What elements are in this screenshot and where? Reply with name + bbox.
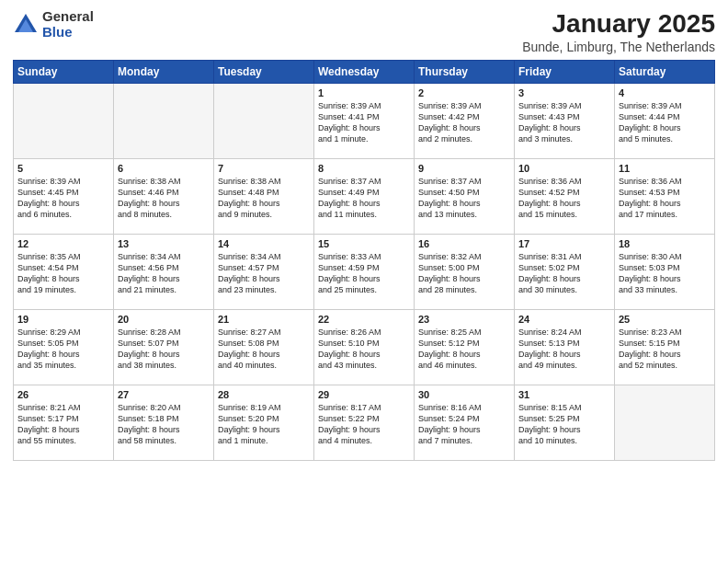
calendar-cell: 31Sunrise: 8:15 AM Sunset: 5:25 PM Dayli… [515,385,615,461]
calendar-table: SundayMondayTuesdayWednesdayThursdayFrid… [13,60,715,461]
day-number: 13 [118,238,210,249]
day-number: 11 [619,163,711,174]
calendar-cell: 4Sunrise: 8:39 AM Sunset: 4:44 PM Daylig… [615,84,715,159]
logo-general: General [42,9,94,25]
day-info: Sunrise: 8:34 AM Sunset: 4:57 PM Dayligh… [218,251,310,296]
day-info: Sunrise: 8:15 AM Sunset: 5:25 PM Dayligh… [518,402,610,447]
day-number: 22 [318,314,410,325]
day-info: Sunrise: 8:36 AM Sunset: 4:52 PM Dayligh… [518,176,610,221]
day-info: Sunrise: 8:39 AM Sunset: 4:43 PM Dayligh… [518,100,610,145]
logo: General Blue [13,9,94,40]
day-info: Sunrise: 8:37 AM Sunset: 4:50 PM Dayligh… [418,176,510,221]
day-number: 28 [218,389,310,400]
calendar-cell: 14Sunrise: 8:34 AM Sunset: 4:57 PM Dayli… [214,235,314,310]
day-number: 9 [418,163,510,174]
day-info: Sunrise: 8:33 AM Sunset: 4:59 PM Dayligh… [318,251,410,296]
day-number: 6 [118,163,210,174]
weekday-header-monday: Monday [114,61,214,84]
title-block: January 2025 Bunde, Limburg, The Netherl… [522,9,715,54]
logo-blue: Blue [42,25,94,40]
calendar-cell: 22Sunrise: 8:26 AM Sunset: 5:10 PM Dayli… [314,310,415,385]
day-number: 19 [17,314,109,325]
day-number: 29 [318,389,410,400]
calendar-cell: 27Sunrise: 8:20 AM Sunset: 5:18 PM Dayli… [114,385,214,461]
day-info: Sunrise: 8:23 AM Sunset: 5:15 PM Dayligh… [619,327,711,372]
day-number: 17 [518,238,610,249]
day-info: Sunrise: 8:16 AM Sunset: 5:24 PM Dayligh… [418,402,510,447]
day-info: Sunrise: 8:32 AM Sunset: 5:00 PM Dayligh… [418,251,510,296]
calendar-week-5: 26Sunrise: 8:21 AM Sunset: 5:17 PM Dayli… [14,385,715,461]
day-info: Sunrise: 8:38 AM Sunset: 4:48 PM Dayligh… [218,176,310,221]
calendar-header: SundayMondayTuesdayWednesdayThursdayFrid… [14,61,715,84]
calendar-cell: 18Sunrise: 8:30 AM Sunset: 5:03 PM Dayli… [615,235,715,310]
day-number: 20 [118,314,210,325]
day-info: Sunrise: 8:29 AM Sunset: 5:05 PM Dayligh… [17,327,109,372]
day-info: Sunrise: 8:39 AM Sunset: 4:41 PM Dayligh… [318,100,410,145]
weekday-header-tuesday: Tuesday [214,61,314,84]
calendar-cell: 28Sunrise: 8:19 AM Sunset: 5:20 PM Dayli… [214,385,314,461]
month-title: January 2025 [522,9,715,39]
calendar-cell [14,84,114,159]
header: General Blue January 2025 Bunde, Limburg… [13,9,715,54]
location-title: Bunde, Limburg, The Netherlands [522,40,715,54]
calendar-cell: 3Sunrise: 8:39 AM Sunset: 4:43 PM Daylig… [515,84,615,159]
calendar-cell: 2Sunrise: 8:39 AM Sunset: 4:42 PM Daylig… [415,84,515,159]
weekday-header-thursday: Thursday [415,61,515,84]
day-number: 7 [218,163,310,174]
day-info: Sunrise: 8:34 AM Sunset: 4:56 PM Dayligh… [118,251,210,296]
calendar-cell: 7Sunrise: 8:38 AM Sunset: 4:48 PM Daylig… [214,159,314,235]
day-info: Sunrise: 8:36 AM Sunset: 4:53 PM Dayligh… [619,176,711,221]
calendar-cell: 5Sunrise: 8:39 AM Sunset: 4:45 PM Daylig… [14,159,114,235]
calendar-cell [114,84,214,159]
day-number: 8 [318,163,410,174]
weekday-header-sunday: Sunday [14,61,114,84]
calendar-week-2: 5Sunrise: 8:39 AM Sunset: 4:45 PM Daylig… [14,159,715,235]
day-info: Sunrise: 8:17 AM Sunset: 5:22 PM Dayligh… [318,402,410,447]
weekday-header-wednesday: Wednesday [314,61,415,84]
calendar-week-4: 19Sunrise: 8:29 AM Sunset: 5:05 PM Dayli… [14,310,715,385]
day-number: 16 [418,238,510,249]
day-info: Sunrise: 8:38 AM Sunset: 4:46 PM Dayligh… [118,176,210,221]
calendar-cell: 20Sunrise: 8:28 AM Sunset: 5:07 PM Dayli… [114,310,214,385]
day-number: 31 [518,389,610,400]
day-number: 21 [218,314,310,325]
day-number: 2 [418,87,510,98]
day-number: 24 [518,314,610,325]
calendar-cell: 15Sunrise: 8:33 AM Sunset: 4:59 PM Dayli… [314,235,415,310]
day-info: Sunrise: 8:19 AM Sunset: 5:20 PM Dayligh… [218,402,310,447]
calendar-week-1: 1Sunrise: 8:39 AM Sunset: 4:41 PM Daylig… [14,84,715,159]
calendar-cell: 13Sunrise: 8:34 AM Sunset: 4:56 PM Dayli… [114,235,214,310]
day-number: 15 [318,238,410,249]
day-number: 27 [118,389,210,400]
calendar-cell: 1Sunrise: 8:39 AM Sunset: 4:41 PM Daylig… [314,84,415,159]
day-info: Sunrise: 8:21 AM Sunset: 5:17 PM Dayligh… [17,402,109,447]
day-info: Sunrise: 8:35 AM Sunset: 4:54 PM Dayligh… [17,251,109,296]
day-number: 12 [17,238,109,249]
page-container: General Blue January 2025 Bunde, Limburg… [0,0,728,468]
day-info: Sunrise: 8:31 AM Sunset: 5:02 PM Dayligh… [518,251,610,296]
day-number: 5 [17,163,109,174]
logo-text: General Blue [42,9,94,40]
calendar-cell: 16Sunrise: 8:32 AM Sunset: 5:00 PM Dayli… [415,235,515,310]
weekday-header-friday: Friday [515,61,615,84]
logo-icon [13,12,39,38]
day-info: Sunrise: 8:27 AM Sunset: 5:08 PM Dayligh… [218,327,310,372]
calendar-cell: 11Sunrise: 8:36 AM Sunset: 4:53 PM Dayli… [615,159,715,235]
calendar-cell: 10Sunrise: 8:36 AM Sunset: 4:52 PM Dayli… [515,159,615,235]
calendar-cell: 24Sunrise: 8:24 AM Sunset: 5:13 PM Dayli… [515,310,615,385]
day-number: 25 [619,314,711,325]
day-number: 4 [619,87,711,98]
calendar-cell: 19Sunrise: 8:29 AM Sunset: 5:05 PM Dayli… [14,310,114,385]
calendar-cell: 25Sunrise: 8:23 AM Sunset: 5:15 PM Dayli… [615,310,715,385]
calendar-cell: 12Sunrise: 8:35 AM Sunset: 4:54 PM Dayli… [14,235,114,310]
day-number: 14 [218,238,310,249]
weekday-header-saturday: Saturday [615,61,715,84]
calendar-cell: 8Sunrise: 8:37 AM Sunset: 4:49 PM Daylig… [314,159,415,235]
calendar-cell [214,84,314,159]
calendar-cell: 21Sunrise: 8:27 AM Sunset: 5:08 PM Dayli… [214,310,314,385]
weekday-row: SundayMondayTuesdayWednesdayThursdayFrid… [14,61,715,84]
day-info: Sunrise: 8:30 AM Sunset: 5:03 PM Dayligh… [619,251,711,296]
day-number: 10 [518,163,610,174]
day-number: 23 [418,314,510,325]
calendar-cell: 17Sunrise: 8:31 AM Sunset: 5:02 PM Dayli… [515,235,615,310]
